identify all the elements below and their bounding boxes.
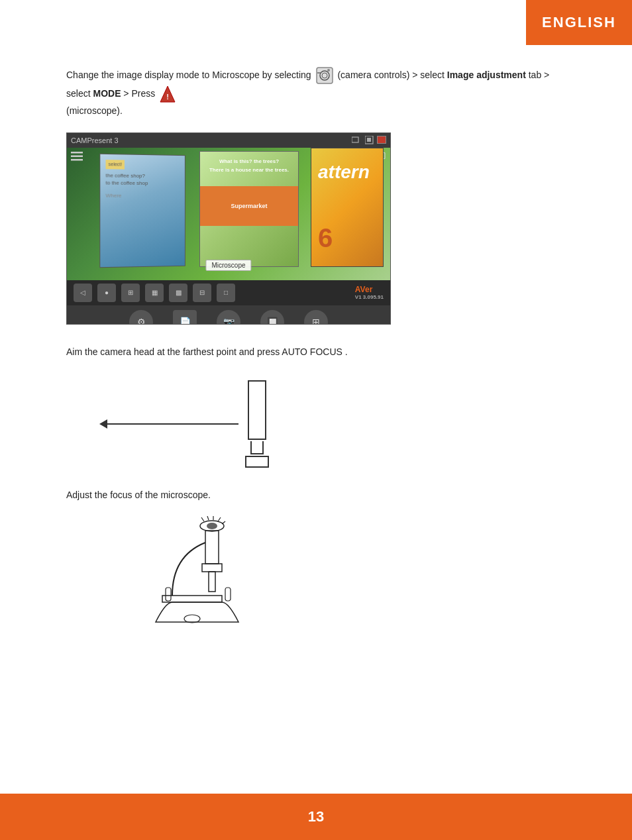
svg-rect-13: [71, 155, 83, 157]
hamburger-icon[interactable]: [71, 152, 83, 161]
toolbar-icon-back[interactable]: ◁: [74, 284, 92, 302]
toolbar-icon-grid2[interactable]: ▩: [169, 284, 187, 302]
svg-rect-12: [71, 152, 83, 154]
screenshot-image-area: select! the coffee shop? to the coffee s…: [67, 148, 390, 280]
arrow-diagram: [106, 380, 566, 468]
svg-point-21: [207, 523, 217, 529]
book-text: attern: [311, 148, 383, 196]
intro-paragraph: Change the image display mode to Microsc…: [66, 66, 566, 119]
corner-icon-1: [352, 136, 362, 145]
screenshot-toolbar: ◁ ● ⊞ ▦ ▩ ⊟ □ AVer V1 3.095.91: [67, 280, 390, 305]
svg-line-19: [218, 517, 221, 521]
book-left-page: select! the coffee shop? to the coffee s…: [99, 154, 185, 268]
cam-neck: [250, 441, 264, 454]
aver-brand: AVer V1 3.095.91: [355, 285, 384, 300]
corner-icon-2: [365, 136, 374, 145]
document-icon[interactable]: 📄: [173, 310, 197, 325]
language-label: ENGLISH: [542, 14, 616, 31]
arrow1-text: > Press: [123, 88, 155, 99]
microscope-illustration: [106, 516, 291, 649]
svg-rect-7: [352, 137, 358, 142]
toolbar-icon-grid1[interactable]: ▦: [145, 284, 164, 302]
screenshot-container: CAMPresent 3: [66, 132, 391, 325]
settings-icon[interactable]: ⚙: [129, 310, 153, 325]
svg-point-3: [327, 69, 330, 72]
svg-line-20: [222, 521, 225, 524]
screenshot-titlebar: CAMPresent 3: [67, 133, 390, 148]
language-banner: ENGLISH: [526, 0, 632, 45]
microscope-paren: (microscope).: [66, 105, 123, 116]
svg-line-16: [201, 517, 204, 521]
svg-rect-27: [225, 588, 231, 601]
microscope-button-icon: !: [159, 85, 176, 103]
book-right-page: attern 6: [311, 148, 384, 267]
camera-icon: [315, 66, 334, 85]
adjust-focus-paragraph: Adjust the focus of the microscope.: [66, 488, 566, 503]
photo-icon[interactable]: 🔲: [260, 310, 284, 325]
svg-rect-22: [205, 531, 219, 564]
svg-point-28: [184, 615, 200, 623]
screenshot-bottom-icons: ⚙ 📄 📷 🔲 ⊞: [67, 305, 390, 325]
screenshot-title: CAMPresent 3: [71, 136, 119, 144]
grid-icon[interactable]: ⊞: [304, 310, 328, 325]
microscope-svg: [106, 516, 291, 649]
svg-rect-14: [71, 159, 83, 161]
svg-rect-26: [166, 588, 171, 601]
camera-head-drawing: [245, 380, 269, 468]
image-adjustment-label: Image adjustment: [447, 70, 526, 80]
svg-line-17: [207, 516, 209, 520]
cam-base: [245, 456, 269, 468]
paragraph1-prefix: Change the image display mode to Microsc…: [66, 70, 311, 80]
page-footer: 13: [0, 794, 632, 840]
svg-rect-23: [202, 564, 222, 572]
svg-text:!: !: [166, 93, 169, 101]
main-content: Change the image display mode to Microsc…: [0, 0, 632, 721]
close-button[interactable]: [377, 136, 386, 144]
svg-rect-0: [317, 68, 333, 83]
titlebar-controls: [352, 136, 386, 145]
cam-body: [248, 380, 266, 440]
toolbar-icon-pages[interactable]: ⊞: [121, 284, 140, 302]
toolbar-icon-grid3[interactable]: ⊟: [193, 284, 211, 302]
page-number: 13: [308, 808, 324, 825]
auto-focus-prefix: Aim the camera head at the farthest poin…: [66, 346, 280, 357]
camera-bottom-icon[interactable]: 📷: [217, 310, 240, 325]
mode-label: MODE: [93, 88, 121, 99]
svg-rect-24: [209, 572, 215, 592]
auto-focus-paragraph: Aim the camera head at the farthest poin…: [66, 344, 566, 360]
arrow-line: [106, 423, 238, 425]
toolbar-icon-square[interactable]: □: [217, 284, 235, 302]
auto-focus-bold: AUTO FOCUS: [282, 346, 342, 357]
adjust-focus-text: Adjust the focus of the microscope.: [66, 490, 211, 500]
auto-focus-suffix: .: [345, 346, 348, 357]
toolbar-icon-dot[interactable]: ●: [97, 284, 116, 302]
svg-rect-9: [367, 138, 371, 142]
paragraph1-suffix: (camera controls) > select: [337, 70, 444, 80]
microscope-tooltip: Microscope: [205, 260, 251, 271]
